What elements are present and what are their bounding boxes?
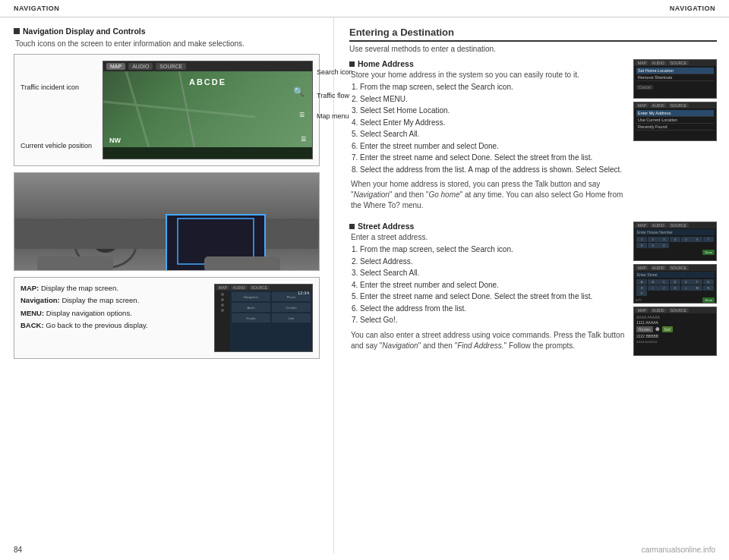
ctrl-audio-cell[interactable]: Audio: [232, 303, 270, 312]
home-menu-remove: Remove Shortcuts: [636, 74, 714, 81]
home-step-4: Select Enter My Address.: [360, 118, 626, 128]
compass-nw: NW: [109, 137, 121, 144]
street-address-steps: From the map screen, select the Search i…: [349, 244, 626, 326]
car-interior-box: [14, 172, 320, 271]
street-screen-name: MAP AUDIO SOURCE Enter Street ABC DEF GH…: [633, 264, 717, 304]
home-step-5: Select Search All.: [360, 129, 626, 140]
svg-line-0: [126, 71, 149, 147]
page-number: 84: [14, 546, 22, 554]
nav-screen: MAP AUDIO SOURCE ABCDE: [103, 61, 313, 159]
home-address-text: Home Address Store your home address in …: [349, 59, 626, 216]
map-tab[interactable]: MAP: [106, 63, 125, 70]
home-cancel-btn[interactable]: Cancel: [636, 85, 653, 90]
street-step-5: Enter the street name and select Done. S…: [360, 291, 626, 302]
right-main-title: Entering a Destination: [349, 27, 717, 42]
svg-rect-12: [37, 256, 113, 270]
ctrl-extra2-cell[interactable]: Link: [272, 313, 311, 322]
header-left: NAVIGATION: [14, 5, 59, 12]
search-icon-label: Search icon: [317, 68, 385, 77]
watermark: carmanualsonline.info: [642, 546, 715, 554]
back-control: BACK: Go back to the previous display.: [21, 321, 207, 330]
search-icon-map[interactable]: 🔍: [293, 87, 305, 97]
home-step-7: Enter the street name and select Done. S…: [360, 153, 626, 163]
svg-rect-13: [204, 256, 280, 270]
left-section-title: Navigation Display and Controls: [14, 27, 320, 36]
home-screen-2: MAP AUDIO SOURCE Enter My Address Use Cu…: [633, 102, 717, 141]
street-step-2: Select Address.: [360, 256, 626, 267]
street-address-screenshots: MAP AUDIO SOURCE Enter House Number 123 …: [633, 222, 717, 356]
svg-line-1: [103, 102, 255, 117]
street-address-title: Street Address: [349, 222, 626, 231]
ctrl-screen: MAP AUDIO SOURCE 12:34 Navigation: [214, 284, 313, 352]
home-address-title: Home Address: [349, 59, 626, 68]
home-menu-recent: Recently Found: [636, 124, 714, 131]
street-step-4: Enter the street number and select Done.: [360, 280, 626, 291]
map-menu-icon[interactable]: ≡: [301, 134, 306, 144]
home-address-steps: From the map screen, select the Search i…: [349, 82, 626, 175]
street-step-6: Select the address from the list.: [360, 304, 626, 314]
home-step-6: Enter the street number and select Done.: [360, 141, 626, 152]
source-tab[interactable]: SOURCE: [156, 63, 186, 70]
ctrl-nav-cell[interactable]: Navigation: [232, 292, 270, 301]
map-area: ABCDE 🔍 ≡ NW ≡: [103, 71, 312, 147]
road-lines: [103, 71, 312, 147]
home-address-intro: Store your home address in the system so…: [349, 71, 626, 79]
traffic-flow-label: Traffic flow: [317, 92, 385, 100]
ctrl-comfort-cell[interactable]: Comfort: [272, 303, 311, 312]
map-control: MAP: Display the map screen.: [21, 284, 207, 293]
header-right: NAVIGATION: [670, 5, 715, 12]
controls-text: MAP: Display the map screen. Navigation:…: [21, 284, 207, 352]
home-address-note: When your home address is stored, you ca…: [349, 179, 626, 211]
street-step-7: Select Go!.: [360, 315, 626, 326]
street-step-3: Select Search All.: [360, 268, 626, 278]
main-content: Navigation Display and Controls Touch ic…: [0, 17, 729, 553]
home-menu-set: Set Home Location: [636, 68, 714, 74]
controls-box: MAP: Display the map screen. Navigation:…: [14, 277, 320, 359]
right-column: Entering a Destination Use several metho…: [334, 17, 729, 553]
street-address-note: You can also enter a street address usin…: [349, 330, 626, 351]
street-screen-keyboard: MAP AUDIO SOURCE Enter House Number 123 …: [633, 222, 717, 261]
routes-button[interactable]: Routes: [636, 326, 653, 332]
street-step-1: From the map screen, select the Search i…: [360, 244, 626, 255]
car-interior-svg: [14, 173, 319, 270]
home-menu-current: Use Current Location: [636, 117, 714, 124]
home-step-3: Select Set Home Location.: [360, 105, 626, 116]
street-screen-result: MAP AUDIO SOURCE AAAA AAAAA 1111 AAAAA R…: [633, 307, 717, 356]
nav-display-box: Traffic incident icon Current vehicle po…: [14, 54, 320, 166]
home-address-screenshots: MAP AUDIO SOURCE Set Home Location Remov…: [633, 59, 717, 216]
left-column: Navigation Display and Controls Touch ic…: [0, 17, 334, 553]
current-vehicle-label: Current vehicle position: [21, 142, 96, 150]
ctrl-time: 12:34: [298, 291, 309, 295]
street-address-intro: Enter a street address.: [349, 233, 626, 241]
page-header: NAVIGATION NAVIGATION: [0, 0, 729, 17]
nav-control: Navigation: Display the map screen.: [21, 296, 207, 305]
ctrl-extra1-cell[interactable]: Honda: [232, 313, 270, 322]
street-address-section: Street Address Enter a street address. F…: [349, 222, 717, 356]
traffic-incident-label: Traffic incident icon: [21, 83, 96, 92]
street-address-text: Street Address Enter a street address. F…: [349, 222, 626, 356]
ctrl-main-area: Navigation Phone Audio Comfort Honda Lin…: [230, 291, 312, 351]
home-step-1: From the map screen, select the Search i…: [360, 82, 626, 93]
audio-tab[interactable]: AUDIO: [128, 63, 153, 70]
home-screen-1: MAP AUDIO SOURCE Set Home Location Remov…: [633, 59, 717, 99]
menu-control: MENU: Display navigation options.: [21, 309, 207, 318]
traffic-flow-icon: ≡: [299, 109, 305, 120]
map-menu-label: Map menu: [317, 112, 385, 121]
home-step-8: Select the address from the list. A map …: [360, 165, 626, 175]
ctrl-sidebar: [215, 291, 230, 351]
home-menu-enter: Enter My Address: [636, 110, 714, 117]
home-step-2: Select MENU.: [360, 94, 626, 105]
home-address-section: Home Address Store your home address in …: [349, 59, 717, 216]
go-button[interactable]: Go!: [662, 326, 673, 332]
left-subtitle: Touch icons on the screen to enter infor…: [14, 39, 320, 48]
right-main-subtitle: Use several methods to enter a destinati…: [349, 45, 717, 53]
